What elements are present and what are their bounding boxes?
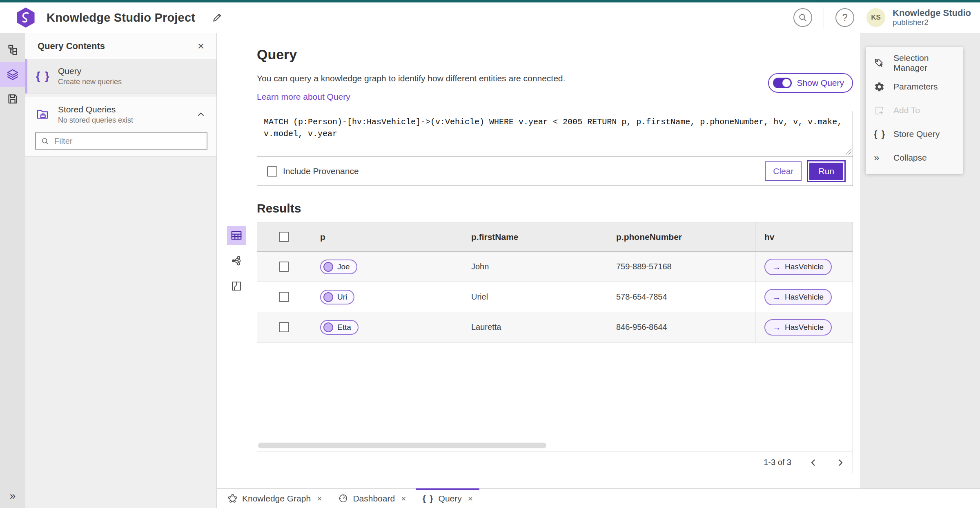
resize-handle[interactable] xyxy=(846,149,851,154)
row-checkbox[interactable] xyxy=(279,262,289,272)
app-logo[interactable] xyxy=(16,7,35,28)
panel-header: Query Contents × xyxy=(25,33,216,59)
select-all-checkbox[interactable] xyxy=(279,232,289,242)
arrow-right-icon: → xyxy=(773,323,781,331)
braces-icon: { } xyxy=(36,70,58,83)
close-tab-icon[interactable]: × xyxy=(401,494,406,503)
tab-label: Dashboard xyxy=(353,494,395,504)
menu-item-label: Collapse xyxy=(893,153,927,163)
tab-knowledge-graph[interactable]: Knowledge Graph × xyxy=(219,489,330,508)
node-chip[interactable]: Etta xyxy=(320,320,359,335)
node-chip[interactable]: Joe xyxy=(320,260,357,274)
toggle-on-icon xyxy=(773,78,792,88)
column-header-phonenumber: p.phoneNumber xyxy=(616,232,682,242)
layers-icon xyxy=(6,68,19,81)
help-icon: ? xyxy=(842,12,847,23)
user-name: publisher2 xyxy=(893,18,971,27)
rail-save-button[interactable] xyxy=(0,87,25,111)
edit-project-title-icon[interactable] xyxy=(212,12,223,23)
app-header: Knowledge Studio Project ? KS Knowledge … xyxy=(0,2,980,33)
query-actions-menu: Selection Manager Parameters xyxy=(866,47,963,174)
menu-item-collapse[interactable]: » Collapse xyxy=(866,146,963,170)
app-window: Knowledge Studio Project ? KS Knowledge … xyxy=(0,0,980,508)
table-empty-area xyxy=(257,342,853,452)
tab-dashboard[interactable]: Dashboard × xyxy=(330,489,414,508)
menu-item-selection-manager[interactable]: Selection Manager xyxy=(866,51,963,75)
table-icon xyxy=(230,229,243,242)
stored-queries-label: Stored Queries xyxy=(58,105,133,114)
menu-item-store-query[interactable]: { } Store Query xyxy=(866,122,963,146)
include-provenance-checkbox[interactable] xyxy=(267,166,277,177)
rail-hierarchy-button[interactable] xyxy=(0,38,25,62)
edge-chip[interactable]: → HasVehicle xyxy=(764,259,832,275)
panel-title: Query Contents xyxy=(38,41,198,51)
query-tab-content: Query You can query a knowledge graph to… xyxy=(217,33,860,488)
close-panel-icon[interactable]: × xyxy=(198,40,204,52)
query-contents-panel: Query Contents × { } Query Create new qu… xyxy=(25,33,217,508)
sidebar-item-stored-queries[interactable]: Stored Queries No stored queries exist xyxy=(25,97,216,132)
project-title: Knowledge Studio Project xyxy=(47,11,195,25)
selection-manager-icon xyxy=(874,58,887,69)
table-row[interactable]: Uri Uriel 578-654-7854 → HasVehicle xyxy=(257,282,853,312)
node-chip-label: Etta xyxy=(337,323,351,332)
menu-item-label: Add To xyxy=(893,105,920,115)
row-checkbox[interactable] xyxy=(279,322,289,332)
edge-chip[interactable]: → HasVehicle xyxy=(764,289,832,305)
arrow-right-icon: → xyxy=(773,263,781,271)
share-network-icon xyxy=(231,255,242,266)
user-avatar[interactable]: KS xyxy=(866,8,885,27)
arrow-right-icon: → xyxy=(773,293,781,301)
help-button[interactable]: ? xyxy=(835,8,854,27)
menu-item-add-to: Add To xyxy=(866,98,963,122)
filter-search-icon xyxy=(41,137,49,145)
node-icon xyxy=(323,262,333,272)
graph-view-button[interactable] xyxy=(227,251,246,270)
node-chip-label: Uri xyxy=(337,293,347,302)
cell-firstname: Uriel xyxy=(471,292,488,302)
table-row[interactable]: Joe John 759-889-57168 → HasVehicle xyxy=(257,252,853,282)
query-description-block: You can query a knowledge graph to ident… xyxy=(257,73,565,102)
previous-page-button[interactable] xyxy=(808,458,818,468)
gauge-icon xyxy=(338,493,348,504)
braces-icon: { } xyxy=(874,129,887,139)
menu-item-parameters[interactable]: Parameters xyxy=(866,75,963,98)
horizontal-scrollbar[interactable] xyxy=(258,443,546,448)
gear-icon xyxy=(874,81,887,92)
table-view-button[interactable] xyxy=(227,226,246,245)
results-title: Results xyxy=(257,201,860,216)
right-gutter: Selection Manager Parameters xyxy=(860,33,980,488)
add-to-icon xyxy=(874,105,887,116)
page-title: Query xyxy=(257,46,860,63)
chart-icon xyxy=(231,280,242,292)
product-name: Knowledge Studio xyxy=(893,8,971,18)
rail-layers-button[interactable] xyxy=(0,62,25,87)
show-query-label: Show Query xyxy=(797,78,844,88)
query-text-input[interactable]: MATCH (p:Person)-[hv:HasVehicle]->(v:Veh… xyxy=(257,111,853,157)
filter-input[interactable] xyxy=(53,136,202,146)
learn-more-link[interactable]: Learn more about Query xyxy=(257,92,350,102)
row-checkbox[interactable] xyxy=(279,292,289,302)
cell-firstname: John xyxy=(471,262,489,271)
run-button[interactable]: Run xyxy=(808,161,844,181)
clear-button[interactable]: Clear xyxy=(765,161,802,181)
tab-query[interactable]: { } Query × xyxy=(414,489,481,508)
save-icon xyxy=(7,93,19,105)
menu-item-label: Parameters xyxy=(893,82,938,92)
table-row[interactable]: Etta Lauretta 846-956-8644 → HasVehicle xyxy=(257,312,853,342)
sidebar-item-query[interactable]: { } Query Create new queries xyxy=(25,59,216,94)
chevron-up-icon[interactable] xyxy=(196,110,206,119)
next-page-button[interactable] xyxy=(835,458,845,468)
column-header-hv: hv xyxy=(764,232,775,242)
chart-view-button[interactable] xyxy=(227,277,246,295)
close-tab-icon[interactable]: × xyxy=(317,494,322,503)
show-query-toggle[interactable]: Show Query xyxy=(768,73,853,93)
edge-chip[interactable]: → HasVehicle xyxy=(764,319,832,336)
cell-firstname: Lauretta xyxy=(471,322,501,332)
expand-rail-button[interactable]: » xyxy=(0,490,25,502)
braces-icon: { } xyxy=(422,494,434,504)
close-tab-icon[interactable]: × xyxy=(468,494,473,503)
hierarchy-icon xyxy=(7,44,19,56)
node-chip[interactable]: Uri xyxy=(320,290,354,304)
cell-phonenumber: 578-654-7854 xyxy=(616,292,667,302)
search-button[interactable] xyxy=(793,8,812,27)
